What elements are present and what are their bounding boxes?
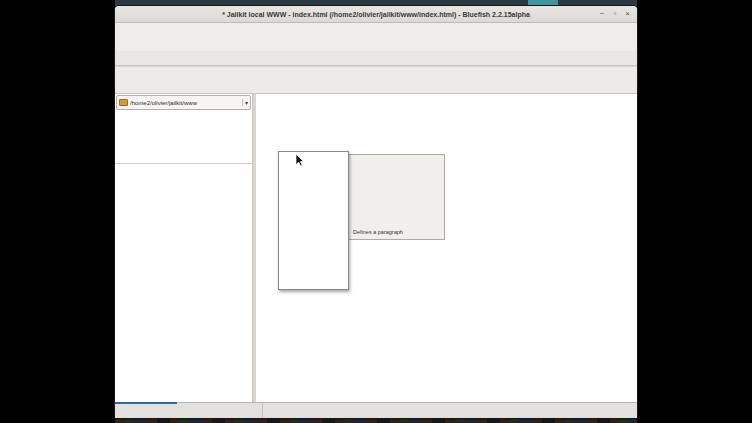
maximize-button[interactable]: ▫ xyxy=(613,10,616,18)
bottom-bar xyxy=(115,402,637,418)
syntax-profile-bar xyxy=(115,81,637,94)
side-panel-tabs xyxy=(115,403,262,418)
title-bar[interactable]: * Jailkit local WWW - index.html (/home2… xyxy=(115,6,637,23)
main-toolbar xyxy=(115,35,637,51)
file-browser-panel: /home2/olivier/jailkit/www ▾ xyxy=(115,94,253,402)
active-panel-indicator xyxy=(115,402,177,404)
directory-path: /home2/olivier/jailkit/www xyxy=(130,100,240,106)
bluefish-window: * Jailkit local WWW - index.html (/home2… xyxy=(115,6,637,418)
mouse-cursor xyxy=(296,154,305,167)
directory-selector[interactable]: /home2/olivier/jailkit/www ▾ xyxy=(116,95,251,110)
html-toolbar-tabs xyxy=(115,51,637,66)
autocomplete-popup xyxy=(278,151,349,290)
html-toolbar xyxy=(115,66,637,81)
directory-tree xyxy=(115,111,252,163)
window-title: * Jailkit local WWW - index.html (/home2… xyxy=(222,11,530,18)
folder-icon xyxy=(119,99,128,106)
close-button[interactable]: × xyxy=(625,10,630,18)
file-list xyxy=(115,163,252,402)
menu-bar xyxy=(115,23,637,35)
code-editor[interactable]: Defines a paragraph xyxy=(256,94,637,402)
main-area: /home2/olivier/jailkit/www ▾ Defines a p… xyxy=(115,94,637,402)
desktop-strip-bottom xyxy=(115,418,637,423)
document-tab-bar xyxy=(262,403,637,418)
minimize-button[interactable]: − xyxy=(600,10,605,18)
desktop: * Jailkit local WWW - index.html (/home2… xyxy=(0,0,752,423)
window-controls: − ▫ × xyxy=(600,6,630,22)
chevron-down-icon[interactable]: ▾ xyxy=(242,99,248,106)
autocomplete-tooltip: Defines a paragraph xyxy=(348,154,445,240)
